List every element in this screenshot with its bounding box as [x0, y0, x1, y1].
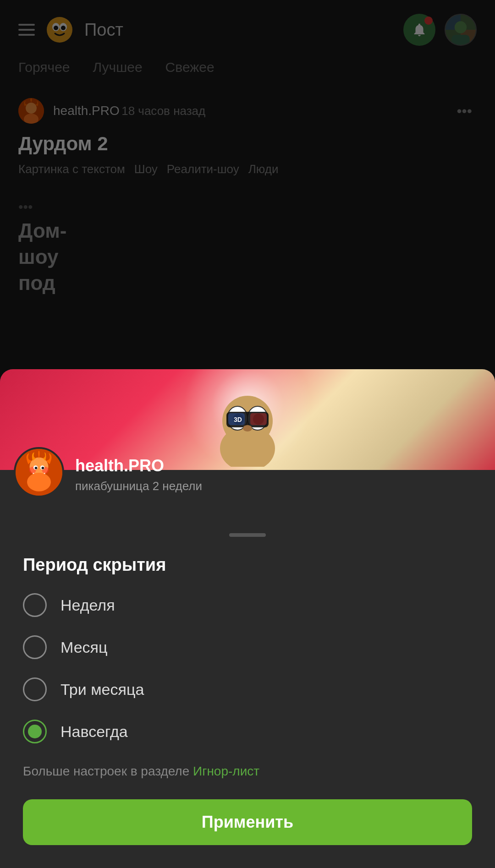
radio-three-months[interactable]	[23, 677, 47, 701]
bottom-sheet: 3D	[0, 369, 495, 868]
option-week[interactable]: Неделя	[23, 593, 472, 617]
svg-point-32	[27, 473, 51, 491]
drag-handle	[229, 533, 266, 537]
radio-forever[interactable]	[23, 720, 47, 743]
apply-button[interactable]: Применить	[23, 799, 472, 845]
option-three-months[interactable]: Три месяца	[23, 677, 472, 701]
svg-point-31	[42, 467, 44, 469]
profile-sub: пикабушница 2 недели	[75, 479, 202, 493]
svg-rect-21	[250, 413, 267, 425]
section-title: Период скрытия	[23, 555, 472, 575]
radio-forever-inner	[28, 725, 42, 738]
info-text: Больше настроек в разделе Игнор-лист	[23, 762, 472, 781]
profile-preview: 3D	[0, 369, 495, 525]
svg-point-30	[35, 467, 38, 469]
option-month[interactable]: Месяц	[23, 635, 472, 659]
option-week-label: Неделя	[60, 596, 115, 614]
profile-text: health.PRO пикабушница 2 недели	[64, 447, 202, 493]
option-three-months-label: Три месяца	[60, 681, 144, 699]
ignore-list-link[interactable]: Игнор-лист	[193, 764, 259, 778]
profile-info-row: health.PRO пикабушница 2 недели	[0, 447, 495, 497]
profile-name: health.PRO	[75, 456, 202, 475]
option-forever[interactable]: Навсегда	[23, 720, 472, 743]
option-month-label: Месяц	[60, 639, 108, 656]
profile-avatar-large	[14, 447, 64, 497]
svg-point-23	[243, 425, 252, 431]
radio-week[interactable]	[23, 593, 47, 617]
sheet-content: Период скрытия Неделя Месяц Три месяца Н…	[0, 541, 495, 868]
radio-month[interactable]	[23, 635, 47, 659]
option-forever-label: Навсегда	[60, 723, 128, 741]
svg-text:3D: 3D	[234, 416, 242, 423]
